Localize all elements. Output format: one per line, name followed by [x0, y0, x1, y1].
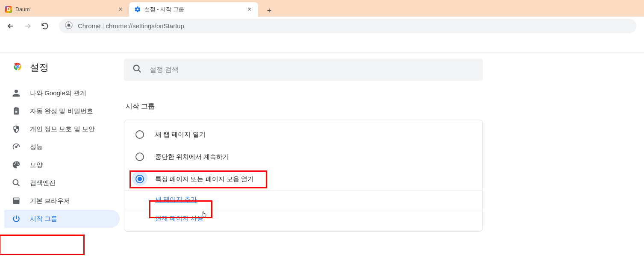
- sidebar-item-people[interactable]: 나와 Google의 관계: [4, 84, 120, 102]
- tab-strip: D Daum × 설정 - 시작 그룹 × +: [0, 0, 644, 17]
- svg-point-8: [134, 65, 139, 71]
- svg-point-1: [68, 23, 71, 26]
- radio-label: 새 탭 페이지 열기: [155, 131, 206, 139]
- reload-button[interactable]: [38, 19, 52, 33]
- sidebar-item-label: 개인 정보 보호 및 보안: [30, 125, 95, 133]
- add-page-row[interactable]: 새 페이지 추가: [124, 190, 482, 209]
- search-icon: [12, 179, 21, 187]
- sidebar-item-on-startup[interactable]: 시작 그룹: [4, 210, 120, 228]
- sidebar-title: 설정: [30, 61, 49, 74]
- browser-tab-daum[interactable]: D Daum ×: [0, 2, 129, 17]
- sidebar-item-default-browser[interactable]: 기본 브라우저: [4, 192, 120, 210]
- tab-title: 설정 - 시작 그룹: [144, 6, 243, 13]
- forward-button[interactable]: [21, 19, 35, 33]
- sidebar-item-label: 나와 Google의 관계: [30, 89, 86, 97]
- clipboard-icon: [12, 107, 21, 115]
- browser-window-icon: [12, 197, 21, 205]
- sidebar-item-performance[interactable]: 성능: [4, 138, 120, 156]
- highlight-box: [0, 235, 85, 255]
- settings-content: 설정 검색 시작 그룹 새 탭 페이지 열기 중단한 위치에서 계속하기 특정 …: [124, 53, 509, 244]
- speedometer-icon: [12, 143, 21, 151]
- sidebar-item-label: 자동 완성 및 비밀번호: [30, 107, 93, 115]
- sidebar-item-label: 성능: [30, 143, 43, 151]
- person-icon: [12, 89, 21, 97]
- sidebar-item-appearance[interactable]: 모양: [4, 156, 120, 174]
- palette-icon: [12, 161, 21, 169]
- omnibox-label: Chrome: [78, 22, 100, 29]
- new-tab-button[interactable]: +: [263, 5, 275, 17]
- radio-label: 특정 페이지 또는 페이지 모음 열기: [155, 175, 254, 183]
- sidebar-item-autofill[interactable]: 자동 완성 및 비밀번호: [4, 102, 120, 120]
- sidebar-item-privacy[interactable]: 개인 정보 보호 및 보안: [4, 120, 120, 138]
- radio-icon: [135, 153, 144, 161]
- cursor-icon: [200, 210, 208, 219]
- settings-sidebar: 설정 나와 Google의 관계 자동 완성 및 비밀번호 개인 정보 보호 및…: [0, 53, 124, 244]
- radio-label: 중단한 위치에서 계속하기: [155, 153, 229, 161]
- shield-icon: [12, 125, 21, 133]
- sidebar-item-label: 모양: [30, 161, 43, 169]
- chrome-logo-icon: [12, 61, 23, 74]
- use-current-pages-link[interactable]: 현재 페이지 사용: [155, 214, 203, 222]
- sidebar-item-label: 기본 브라우저: [30, 197, 70, 205]
- back-button[interactable]: [3, 19, 18, 33]
- startup-options-card: 새 탭 페이지 열기 중단한 위치에서 계속하기 특정 페이지 또는 페이지 모…: [124, 120, 483, 232]
- close-icon[interactable]: ×: [246, 6, 253, 13]
- search-icon: [132, 64, 142, 75]
- search-placeholder: 설정 검색: [150, 65, 179, 74]
- add-new-page-link[interactable]: 새 페이지 추가: [155, 196, 197, 203]
- omnibox-url: chrome://settings/onStartup: [106, 22, 184, 29]
- close-icon[interactable]: ×: [117, 6, 124, 13]
- daum-favicon: D: [5, 6, 12, 13]
- sidebar-item-label: 검색엔진: [30, 179, 56, 187]
- browser-toolbar: Chrome | chrome://settings/onStartup: [0, 17, 644, 35]
- gear-icon: [134, 6, 141, 13]
- radio-focus-halo: [132, 170, 147, 186]
- chrome-page-icon: [65, 21, 73, 31]
- address-bar[interactable]: Chrome | chrome://settings/onStartup: [59, 19, 636, 33]
- sidebar-item-search[interactable]: 검색엔진: [4, 174, 120, 192]
- power-icon: [12, 214, 21, 223]
- section-title: 시작 그룹: [126, 102, 509, 111]
- tab-title: Daum: [15, 6, 114, 12]
- settings-search-input[interactable]: 설정 검색: [124, 59, 483, 81]
- option-new-tab[interactable]: 새 탭 페이지 열기: [124, 123, 482, 146]
- option-continue[interactable]: 중단한 위치에서 계속하기: [124, 146, 482, 168]
- use-current-row[interactable]: 현재 페이지 사용: [124, 209, 482, 228]
- sidebar-item-label: 시작 그룹: [30, 215, 57, 223]
- svg-point-5: [17, 66, 18, 67]
- option-specific-pages[interactable]: 특정 페이지 또는 페이지 모음 열기: [124, 168, 482, 190]
- svg-point-6: [15, 146, 17, 147]
- radio-icon: [135, 130, 144, 139]
- browser-tab-settings[interactable]: 설정 - 시작 그룹 ×: [129, 2, 258, 17]
- svg-point-7: [13, 180, 18, 185]
